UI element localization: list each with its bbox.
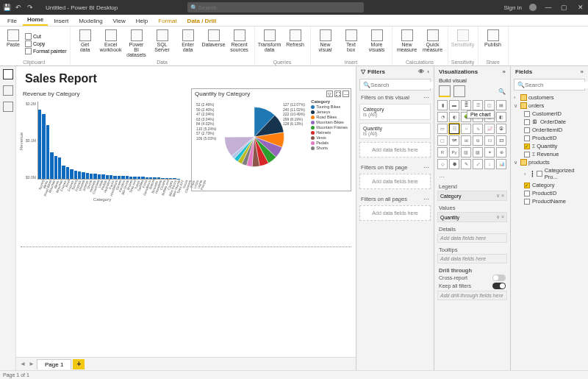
build-visual-icon[interactable] bbox=[439, 85, 451, 97]
tab-file[interactable]: File bbox=[3, 16, 21, 26]
viz-type-35[interactable]: 📊 bbox=[496, 159, 506, 169]
checkbox[interactable] bbox=[524, 191, 530, 196]
power-bi-datasets-button[interactable]: PowerBI datasets bbox=[125, 28, 148, 60]
viz-type-31[interactable]: ⬣ bbox=[449, 159, 459, 169]
viz-type-26[interactable]: ▥ bbox=[461, 147, 471, 157]
well-tooltips[interactable]: Add data fields here bbox=[437, 254, 507, 263]
checkbox[interactable] bbox=[524, 144, 530, 149]
viz-type-32[interactable]: ✎ bbox=[461, 159, 471, 169]
report-canvas[interactable]: Sales Report Revenue by Category Revenue… bbox=[16, 66, 356, 357]
dataverse-button[interactable]: Dataverse bbox=[202, 28, 226, 60]
viz-type-24[interactable]: R bbox=[437, 147, 448, 157]
cross-report-toggle[interactable] bbox=[492, 274, 506, 281]
filters-search[interactable]: 🔍 bbox=[359, 79, 431, 91]
page-prev-icon[interactable]: ◄ bbox=[19, 361, 26, 367]
field-customerid[interactable]: CustomerID bbox=[514, 110, 585, 118]
more-icon[interactable]: ⋯ bbox=[423, 196, 429, 202]
field-quantity[interactable]: Quantity bbox=[514, 142, 585, 150]
minimize-button[interactable]: — bbox=[544, 4, 553, 11]
viz-type-22[interactable]: ⊡ bbox=[484, 135, 495, 146]
checkbox[interactable] bbox=[524, 152, 530, 157]
viz-type-0[interactable]: ▮ bbox=[437, 100, 448, 110]
format-visual-icon[interactable] bbox=[453, 85, 465, 97]
close-button[interactable]: ✕ bbox=[576, 4, 585, 11]
field-categorized-pro---[interactable]: ›┇Categorized Pro... bbox=[514, 166, 585, 181]
tab-format[interactable]: Format bbox=[154, 16, 181, 26]
visual-more-icon[interactable]: ⋯ bbox=[343, 91, 349, 97]
search-icon[interactable]: 🔍 bbox=[498, 88, 506, 95]
viz-type-18[interactable]: ▢ bbox=[437, 135, 448, 146]
checkbox[interactable] bbox=[524, 199, 530, 205]
checkbox[interactable] bbox=[537, 171, 542, 177]
well-values[interactable]: Quantity∨ × bbox=[437, 212, 507, 222]
well-details[interactable]: Add data fields here bbox=[437, 233, 507, 243]
field-orderdate[interactable]: 🗓OrderDate bbox=[514, 118, 585, 126]
checkbox[interactable] bbox=[524, 183, 530, 188]
tab-insert[interactable]: Insert bbox=[49, 16, 73, 26]
data-view-icon[interactable] bbox=[3, 85, 13, 96]
well-legend[interactable]: Category∨ × bbox=[437, 191, 507, 201]
field-productid[interactable]: ProductID bbox=[514, 134, 585, 142]
filter-card-quantity[interactable]: Quantityis (All) bbox=[359, 123, 431, 139]
report-view-icon[interactable] bbox=[3, 69, 13, 79]
recent-sources-button[interactable]: Recentsources bbox=[228, 28, 251, 60]
user-avatar-icon[interactable] bbox=[529, 4, 537, 11]
viz-type-25[interactable]: Py bbox=[449, 147, 459, 157]
well-drillthrough[interactable]: Add drill-through fields here bbox=[437, 291, 507, 300]
enter-data-button[interactable]: Enterdata bbox=[176, 28, 200, 60]
viz-type-5[interactable]: ▤ bbox=[496, 100, 506, 110]
refresh-button[interactable]: Refresh bbox=[284, 28, 307, 60]
fields-search[interactable]: 🔍 bbox=[514, 79, 585, 91]
paste-button[interactable]: Paste bbox=[1, 28, 25, 60]
tab-home[interactable]: Home bbox=[23, 15, 48, 26]
field-category[interactable]: Category bbox=[514, 181, 585, 189]
viz-type-12[interactable]: ▭ bbox=[437, 124, 448, 134]
checkbox[interactable] bbox=[524, 127, 530, 133]
keep-filters-toggle[interactable] bbox=[492, 283, 506, 289]
tab-data-drill[interactable]: Data / Drill bbox=[183, 16, 221, 26]
publish-button[interactable]: Publish bbox=[481, 28, 505, 60]
page-next-icon[interactable]: ► bbox=[28, 361, 35, 367]
redo-icon[interactable]: ↷ bbox=[26, 4, 34, 11]
visual-pie-chart[interactable]: Quantity by Category ▽ ⛶ ⋯ 52 (2.49%)50 … bbox=[191, 88, 351, 191]
visual-filter-icon[interactable]: ▽ bbox=[326, 91, 333, 97]
viz-type-21[interactable]: ⧉ bbox=[473, 135, 483, 146]
table-customers[interactable]: ›customers bbox=[514, 93, 585, 102]
viz-type-28[interactable]: ✦ bbox=[484, 147, 495, 157]
cut-button[interactable]: Cut bbox=[25, 33, 67, 40]
new-measure-button[interactable]: Newmeasure bbox=[395, 28, 419, 60]
field-productname[interactable]: ProductName bbox=[514, 197, 585, 205]
more-icon[interactable]: ⋯ bbox=[423, 164, 429, 171]
visual-focus-icon[interactable]: ⛶ bbox=[334, 91, 341, 97]
global-search-input[interactable] bbox=[198, 4, 361, 11]
viz-type-13[interactable]: ☷ bbox=[449, 124, 459, 134]
filter-card-category[interactable]: Categoryis (All) bbox=[359, 104, 431, 120]
viz-type-16[interactable]: 📈 bbox=[484, 124, 495, 134]
filter-drop-all[interactable]: Add data fields here bbox=[359, 205, 431, 221]
viz-type-4[interactable]: ◫ bbox=[484, 100, 495, 110]
quick-measure-button[interactable]: Quickmeasure bbox=[421, 28, 445, 60]
filter-drop-page[interactable]: Add data fields here bbox=[359, 174, 431, 189]
viz-type-20[interactable]: ⊞ bbox=[461, 135, 471, 146]
viz-type-23[interactable]: 🗠 bbox=[496, 135, 506, 146]
maximize-button[interactable]: ▢ bbox=[560, 4, 569, 11]
collapse-icon[interactable]: » bbox=[503, 68, 506, 75]
filter-drop-visual[interactable]: Add data fields here bbox=[359, 142, 431, 157]
viz-type-3[interactable]: ☰ bbox=[473, 100, 483, 110]
collapse-icon[interactable]: » bbox=[581, 68, 584, 75]
viz-type-1[interactable]: ▬ bbox=[449, 100, 459, 110]
viz-type-30[interactable]: ◇ bbox=[437, 159, 448, 169]
global-search[interactable]: 🔍 bbox=[187, 2, 364, 13]
viz-type-27[interactable]: ▨ bbox=[473, 147, 483, 157]
undo-icon[interactable]: ↶ bbox=[15, 4, 22, 11]
field-productid[interactable]: ProductID bbox=[514, 189, 585, 197]
viz-type-17[interactable]: ⦿ bbox=[496, 124, 506, 134]
sign-in-link[interactable]: Sign in bbox=[504, 4, 522, 11]
viz-type-19[interactable]: 🗺 bbox=[449, 135, 459, 146]
format-painter-button[interactable]: Format painter bbox=[25, 48, 67, 54]
viz-type-7[interactable]: ◐ bbox=[449, 112, 459, 122]
tab-modeling[interactable]: Modeling bbox=[74, 16, 107, 26]
table-products[interactable]: ∨products bbox=[514, 158, 585, 166]
viz-type-11[interactable]: ◧ bbox=[496, 112, 506, 122]
model-view-icon[interactable] bbox=[3, 102, 13, 112]
